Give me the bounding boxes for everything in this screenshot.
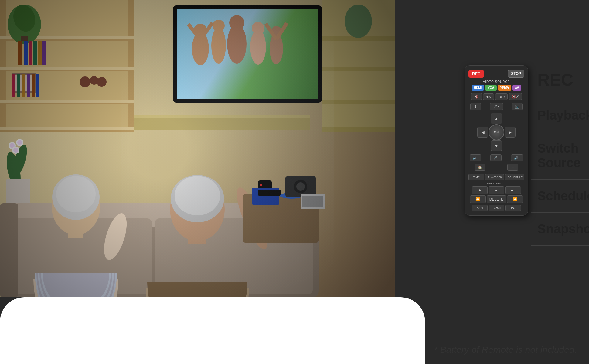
rew-delete-ffw-row: ⏪ DELETE ⏩	[468, 195, 524, 203]
aspect-43-button[interactable]: 4:3	[483, 93, 494, 100]
time-button[interactable]: TIME	[468, 174, 484, 180]
ypbpr-button[interactable]: YPbPr	[498, 85, 511, 91]
rew-button[interactable]: ⏪	[470, 195, 486, 203]
mute-button[interactable]: 🔇	[471, 93, 482, 100]
vga-button[interactable]: VGA	[485, 85, 497, 91]
mic-minus-button[interactable]: 🎤-	[490, 154, 502, 161]
function-buttons-row: TIME PLAYBACK SCHEDULE	[468, 174, 524, 180]
playback-button[interactable]: PLAYBACK	[485, 174, 504, 180]
home-row: 🏠 ↩	[468, 164, 524, 171]
playback-right-label: Playback	[537, 108, 589, 123]
right-labels-panel: REC Playback Switch Source Schedule Snap…	[531, 61, 589, 246]
rec-right-label: REC	[537, 70, 573, 89]
ffw-button[interactable]: ⏩	[507, 195, 523, 203]
recording-label: RECORDING	[468, 182, 524, 185]
schedule-right-label: Schedule	[537, 189, 589, 203]
playback-label-item: Playback	[531, 99, 589, 132]
dpad-left-button[interactable]: ◀	[477, 127, 488, 138]
snapshot-right-label: Snapshot	[537, 222, 589, 236]
prev-button[interactable]: ⏮	[472, 186, 488, 194]
home-button[interactable]: 🏠	[475, 164, 485, 171]
delete-button[interactable]: DELETE	[487, 195, 506, 203]
rec-label-item: REC	[531, 61, 589, 99]
res-1080p-button[interactable]: 1080p	[489, 205, 504, 211]
video-source-label: VIDEO SOURCE	[468, 80, 524, 83]
mic-plus-button[interactable]: 🎤+	[490, 103, 503, 110]
schedule-button[interactable]: SCHEDULE	[505, 174, 524, 180]
schedule-label-item: Schedule	[531, 180, 589, 213]
switch-source-label-item: Switch Source	[531, 132, 589, 180]
dpad-up-button[interactable]: ▲	[491, 113, 502, 124]
res-720p-button[interactable]: 720p	[472, 205, 488, 211]
switch-source-right-label: Switch Source	[537, 141, 583, 170]
av-button[interactable]: AV	[512, 85, 521, 91]
return-button[interactable]: ↩	[507, 164, 518, 171]
bottom-white-area	[0, 297, 425, 364]
info-button[interactable]: ℹ	[470, 103, 481, 110]
dpad-down-button[interactable]: ▼	[491, 140, 502, 151]
snapshot-label-item: Snapshot	[531, 213, 589, 246]
info-camera-row: ℹ 🎤+ 📷	[468, 103, 524, 110]
rec-button[interactable]: REC	[468, 70, 484, 78]
playback-controls-row: ⏮ ⏭ ⏭|	[468, 186, 524, 194]
ok-button[interactable]: OK	[489, 124, 504, 140]
res-pc-button[interactable]: PC	[505, 205, 521, 211]
resolution-row: 720p 1080p PC	[468, 205, 524, 211]
aspect-169-button[interactable]: 16:9	[495, 93, 508, 100]
vol-up-button[interactable]: 🔊+	[511, 154, 523, 161]
vol-down-button[interactable]: 🔉-	[470, 154, 481, 161]
dpad: ▲ ◀ OK ▶ ▼	[477, 113, 516, 152]
stop-button[interactable]: STOP	[508, 70, 524, 78]
camera-button[interactable]: 📷	[512, 103, 523, 110]
next-frame-button[interactable]: ⏭	[489, 186, 504, 194]
skip-next-button[interactable]: ⏭|	[505, 186, 521, 194]
volume-row: 🔉- 🎤- 🔊+	[468, 154, 524, 161]
aspect-row: 🔇 4:3 16:9 🔇✗	[468, 93, 524, 100]
footer-note: * Battery of Remote is not included.	[434, 345, 577, 355]
rec-stop-row: REC STOP	[468, 70, 524, 78]
hdmi-button[interactable]: HDMI	[472, 85, 484, 91]
source-buttons-row: HDMI VGA YPbPr AV	[468, 85, 524, 91]
audio-off-button[interactable]: 🔇✗	[509, 93, 522, 100]
remote-control: REC STOP VIDEO SOURCE HDMI VGA YPbPr AV …	[465, 65, 528, 216]
dpad-right-button[interactable]: ▶	[505, 127, 516, 138]
